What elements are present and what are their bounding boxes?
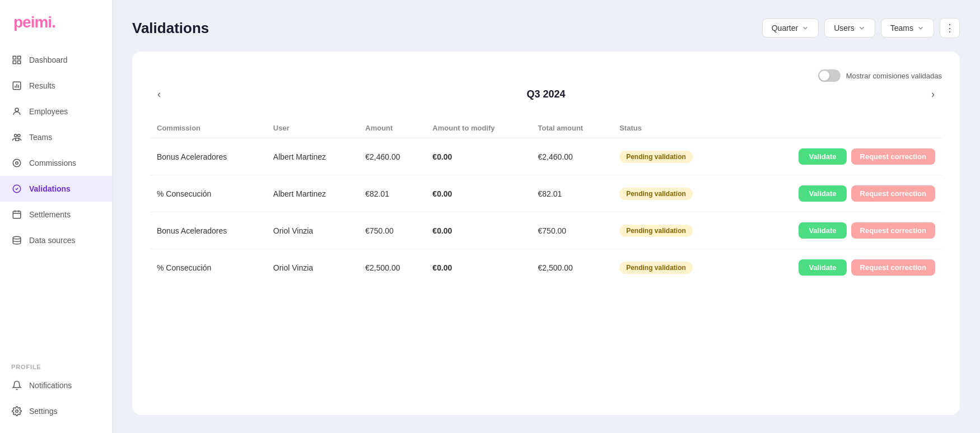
table-row: Bonus AceleradoresOriol Vinzia€750.00€0.… — [150, 212, 942, 249]
status-badge: Pending validation — [619, 151, 693, 163]
cell-commission: Bonus Aceleradores — [150, 212, 267, 249]
sidebar-item-employees[interactable]: Employees — [0, 99, 112, 124]
svg-point-8 — [15, 108, 18, 111]
cell-status: Pending validation — [613, 175, 733, 212]
nav-list: Dashboard Results Employees Teams Commis… — [0, 47, 112, 253]
cell-commission: % Consecución — [150, 175, 267, 212]
sidebar-item-dashboard[interactable]: Dashboard — [0, 47, 112, 73]
cell-total_amount: €82.01 — [531, 175, 613, 212]
cell-actions: Validate Request correction — [733, 138, 942, 175]
sidebar-item-label: Data sources — [29, 236, 75, 245]
sidebar-item-teams[interactable]: Teams — [0, 124, 112, 150]
cell-actions: Validate Request correction — [733, 175, 942, 212]
settings-icon — [11, 406, 22, 417]
sidebar-item-label: Settings — [29, 407, 58, 416]
cell-amount_to_modify: €0.00 — [426, 138, 531, 175]
cell-user: Oriol Vinzia — [267, 249, 358, 286]
sidebar-item-commissions[interactable]: Commissions — [0, 150, 112, 176]
cell-amount: €82.01 — [358, 175, 426, 212]
col-user: User — [267, 118, 358, 138]
table-body: Bonus AceleradoresAlbert Martinez€2,460.… — [150, 138, 942, 286]
table-row: % ConsecuciónOriol Vinzia€2,500.00€0.00€… — [150, 249, 942, 286]
validations-icon — [11, 183, 22, 194]
employees-icon — [11, 106, 22, 117]
sidebar-item-label: Settlements — [29, 210, 71, 219]
logo-text: peimi. — [13, 13, 55, 31]
sidebar-item-label: Dashboard — [29, 55, 68, 64]
request-correction-button[interactable]: Request correction — [851, 222, 935, 239]
dashboard-icon — [11, 54, 22, 66]
validations-table: CommissionUserAmountAmount to modifyTota… — [150, 118, 942, 286]
svg-point-10 — [18, 134, 21, 137]
toggle-label: Mostrar comisiones validadas — [846, 72, 942, 80]
col-status: Status — [613, 118, 733, 138]
validate-button[interactable]: Validate — [799, 222, 846, 239]
svg-point-18 — [13, 236, 21, 239]
cell-amount: €750.00 — [358, 212, 426, 249]
validations-card: Mostrar comisiones validadas ‹ Q3 2024 ›… — [132, 52, 960, 415]
request-correction-button[interactable]: Request correction — [851, 259, 935, 276]
cell-total_amount: €2,460.00 — [531, 138, 613, 175]
main-content: Validations Quarter Users Teams ⋮ Mostra… — [112, 0, 980, 433]
table-row: Bonus AceleradoresAlbert Martinez€2,460.… — [150, 138, 942, 175]
cell-total_amount: €750.00 — [531, 212, 613, 249]
notifications-icon — [11, 380, 22, 391]
cell-total_amount: €2,500.00 — [531, 249, 613, 286]
profile-nav-list: Notifications Settings — [0, 373, 112, 424]
status-badge: Pending validation — [619, 188, 693, 200]
sidebar-item-validations[interactable]: Validations — [0, 176, 112, 202]
cell-amount: €2,460.00 — [358, 138, 426, 175]
cell-status: Pending validation — [613, 212, 733, 249]
results-icon — [11, 80, 22, 91]
cell-amount_to_modify: €0.00 — [426, 249, 531, 286]
col-amount: Amount — [358, 118, 426, 138]
svg-point-12 — [16, 162, 18, 165]
sidebar-item-label: Notifications — [29, 381, 72, 390]
cell-user: Albert Martinez — [267, 138, 358, 175]
teams-icon — [11, 132, 22, 143]
data-sources-icon — [11, 235, 22, 246]
sidebar-item-notifications[interactable]: Notifications — [0, 373, 112, 398]
table-row: % ConsecuciónAlbert Martinez€82.01€0.00€… — [150, 175, 942, 212]
svg-rect-14 — [13, 211, 21, 218]
table-header: CommissionUserAmountAmount to modifyTota… — [150, 118, 942, 138]
teams-filter[interactable]: Teams — [881, 18, 934, 38]
svg-rect-1 — [18, 56, 21, 59]
profile-section-label: Profile — [0, 359, 112, 373]
logo: peimi. — [0, 13, 112, 47]
card-top-bar: Mostrar comisiones validadas — [150, 69, 942, 82]
more-options-button[interactable]: ⋮ — [940, 18, 960, 38]
commissions-icon — [11, 157, 22, 169]
sidebar-item-label: Results — [29, 81, 55, 90]
users-filter[interactable]: Users — [824, 18, 875, 38]
request-correction-button[interactable]: Request correction — [851, 148, 935, 165]
col-actions — [733, 118, 942, 138]
svg-rect-2 — [18, 61, 21, 64]
cell-commission: Bonus Aceleradores — [150, 138, 267, 175]
sidebar-item-settlements[interactable]: Settlements — [0, 202, 112, 227]
period-label: Q3 2024 — [526, 89, 565, 100]
sidebar-item-data-sources[interactable]: Data sources — [0, 227, 112, 253]
request-correction-button[interactable]: Request correction — [851, 185, 935, 202]
status-badge: Pending validation — [619, 225, 693, 237]
svg-point-11 — [13, 159, 21, 167]
sidebar-item-label: Validations — [29, 184, 71, 193]
toggle-row: Mostrar comisiones validadas — [818, 69, 942, 82]
validate-button[interactable]: Validate — [799, 148, 846, 165]
sidebar-item-settings[interactable]: Settings — [0, 398, 112, 424]
validate-button[interactable]: Validate — [799, 185, 846, 202]
show-validated-toggle[interactable] — [818, 69, 841, 82]
period-next-button[interactable]: › — [924, 86, 942, 104]
cell-amount_to_modify: €0.00 — [426, 212, 531, 249]
period-navigator: ‹ Q3 2024 › — [150, 89, 942, 100]
quarter-filter[interactable]: Quarter — [762, 18, 819, 38]
col-commission: Commission — [150, 118, 267, 138]
validations-table-wrap: CommissionUserAmountAmount to modifyTota… — [150, 118, 942, 286]
cell-status: Pending validation — [613, 138, 733, 175]
validate-button[interactable]: Validate — [799, 259, 846, 276]
cell-actions: Validate Request correction — [733, 249, 942, 286]
page-title: Validations — [132, 20, 209, 37]
svg-rect-3 — [13, 61, 16, 64]
period-prev-button[interactable]: ‹ — [150, 86, 168, 104]
sidebar-item-results[interactable]: Results — [0, 73, 112, 99]
